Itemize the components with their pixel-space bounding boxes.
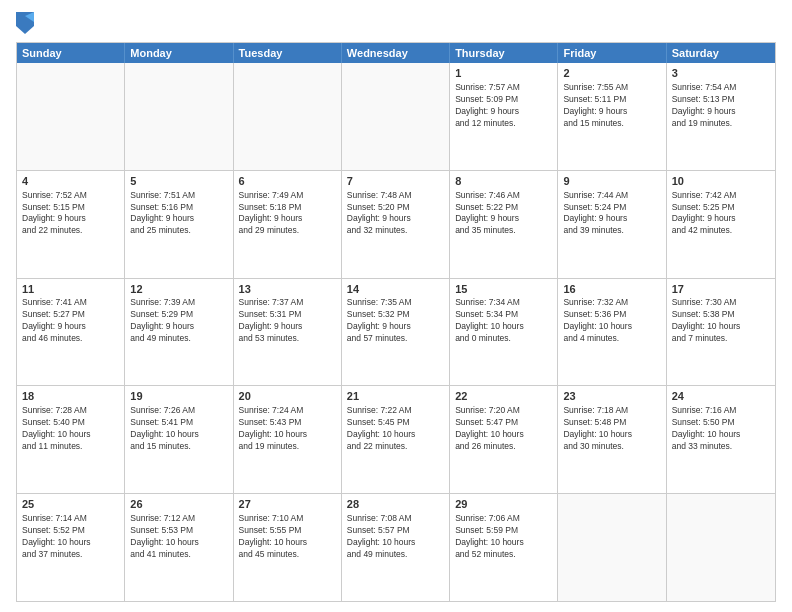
calendar-header-cell: Monday: [125, 43, 233, 63]
logo: [16, 12, 38, 34]
calendar-cell: 8Sunrise: 7:46 AM Sunset: 5:22 PM Daylig…: [450, 171, 558, 278]
day-number: 14: [347, 282, 444, 297]
day-info: Sunrise: 7:08 AM Sunset: 5:57 PM Dayligh…: [347, 513, 444, 561]
day-number: 2: [563, 66, 660, 81]
day-info: Sunrise: 7:57 AM Sunset: 5:09 PM Dayligh…: [455, 82, 552, 130]
calendar-header-cell: Sunday: [17, 43, 125, 63]
day-info: Sunrise: 7:24 AM Sunset: 5:43 PM Dayligh…: [239, 405, 336, 453]
calendar-cell: 1Sunrise: 7:57 AM Sunset: 5:09 PM Daylig…: [450, 63, 558, 170]
day-number: 10: [672, 174, 770, 189]
calendar-cell: 12Sunrise: 7:39 AM Sunset: 5:29 PM Dayli…: [125, 279, 233, 386]
calendar-header-cell: Thursday: [450, 43, 558, 63]
day-number: 29: [455, 497, 552, 512]
day-number: 19: [130, 389, 227, 404]
day-number: 1: [455, 66, 552, 81]
calendar-cell: 29Sunrise: 7:06 AM Sunset: 5:59 PM Dayli…: [450, 494, 558, 601]
calendar-cell: 27Sunrise: 7:10 AM Sunset: 5:55 PM Dayli…: [234, 494, 342, 601]
calendar-header-cell: Friday: [558, 43, 666, 63]
calendar-body: 1Sunrise: 7:57 AM Sunset: 5:09 PM Daylig…: [17, 63, 775, 601]
calendar-header-row: SundayMondayTuesdayWednesdayThursdayFrid…: [17, 43, 775, 63]
day-number: 28: [347, 497, 444, 512]
day-number: 12: [130, 282, 227, 297]
calendar-cell: 26Sunrise: 7:12 AM Sunset: 5:53 PM Dayli…: [125, 494, 233, 601]
calendar-cell: 14Sunrise: 7:35 AM Sunset: 5:32 PM Dayli…: [342, 279, 450, 386]
calendar-cell: [342, 63, 450, 170]
calendar-cell: 7Sunrise: 7:48 AM Sunset: 5:20 PM Daylig…: [342, 171, 450, 278]
calendar-week-row: 1Sunrise: 7:57 AM Sunset: 5:09 PM Daylig…: [17, 63, 775, 170]
calendar-cell: 25Sunrise: 7:14 AM Sunset: 5:52 PM Dayli…: [17, 494, 125, 601]
day-number: 20: [239, 389, 336, 404]
calendar-cell: 9Sunrise: 7:44 AM Sunset: 5:24 PM Daylig…: [558, 171, 666, 278]
day-info: Sunrise: 7:16 AM Sunset: 5:50 PM Dayligh…: [672, 405, 770, 453]
day-number: 24: [672, 389, 770, 404]
calendar-cell: 19Sunrise: 7:26 AM Sunset: 5:41 PM Dayli…: [125, 386, 233, 493]
logo-icon: [16, 12, 34, 34]
day-number: 8: [455, 174, 552, 189]
day-info: Sunrise: 7:42 AM Sunset: 5:25 PM Dayligh…: [672, 190, 770, 238]
day-info: Sunrise: 7:49 AM Sunset: 5:18 PM Dayligh…: [239, 190, 336, 238]
day-number: 13: [239, 282, 336, 297]
day-info: Sunrise: 7:32 AM Sunset: 5:36 PM Dayligh…: [563, 297, 660, 345]
calendar-cell: 6Sunrise: 7:49 AM Sunset: 5:18 PM Daylig…: [234, 171, 342, 278]
calendar-cell: 23Sunrise: 7:18 AM Sunset: 5:48 PM Dayli…: [558, 386, 666, 493]
day-info: Sunrise: 7:10 AM Sunset: 5:55 PM Dayligh…: [239, 513, 336, 561]
calendar-cell: 18Sunrise: 7:28 AM Sunset: 5:40 PM Dayli…: [17, 386, 125, 493]
day-info: Sunrise: 7:28 AM Sunset: 5:40 PM Dayligh…: [22, 405, 119, 453]
calendar-cell: 28Sunrise: 7:08 AM Sunset: 5:57 PM Dayli…: [342, 494, 450, 601]
calendar-cell: 2Sunrise: 7:55 AM Sunset: 5:11 PM Daylig…: [558, 63, 666, 170]
day-number: 4: [22, 174, 119, 189]
calendar-cell: 17Sunrise: 7:30 AM Sunset: 5:38 PM Dayli…: [667, 279, 775, 386]
day-info: Sunrise: 7:12 AM Sunset: 5:53 PM Dayligh…: [130, 513, 227, 561]
day-number: 25: [22, 497, 119, 512]
day-info: Sunrise: 7:41 AM Sunset: 5:27 PM Dayligh…: [22, 297, 119, 345]
day-number: 18: [22, 389, 119, 404]
calendar-cell: 13Sunrise: 7:37 AM Sunset: 5:31 PM Dayli…: [234, 279, 342, 386]
day-info: Sunrise: 7:26 AM Sunset: 5:41 PM Dayligh…: [130, 405, 227, 453]
calendar-cell: 22Sunrise: 7:20 AM Sunset: 5:47 PM Dayli…: [450, 386, 558, 493]
day-number: 15: [455, 282, 552, 297]
day-number: 22: [455, 389, 552, 404]
day-info: Sunrise: 7:22 AM Sunset: 5:45 PM Dayligh…: [347, 405, 444, 453]
day-number: 21: [347, 389, 444, 404]
calendar-cell: 11Sunrise: 7:41 AM Sunset: 5:27 PM Dayli…: [17, 279, 125, 386]
day-number: 16: [563, 282, 660, 297]
day-info: Sunrise: 7:51 AM Sunset: 5:16 PM Dayligh…: [130, 190, 227, 238]
calendar-week-row: 25Sunrise: 7:14 AM Sunset: 5:52 PM Dayli…: [17, 493, 775, 601]
day-number: 23: [563, 389, 660, 404]
calendar-cell: 5Sunrise: 7:51 AM Sunset: 5:16 PM Daylig…: [125, 171, 233, 278]
day-info: Sunrise: 7:30 AM Sunset: 5:38 PM Dayligh…: [672, 297, 770, 345]
calendar-cell: 4Sunrise: 7:52 AM Sunset: 5:15 PM Daylig…: [17, 171, 125, 278]
day-info: Sunrise: 7:46 AM Sunset: 5:22 PM Dayligh…: [455, 190, 552, 238]
day-info: Sunrise: 7:35 AM Sunset: 5:32 PM Dayligh…: [347, 297, 444, 345]
page: SundayMondayTuesdayWednesdayThursdayFrid…: [0, 0, 792, 612]
calendar-header-cell: Saturday: [667, 43, 775, 63]
calendar-week-row: 18Sunrise: 7:28 AM Sunset: 5:40 PM Dayli…: [17, 385, 775, 493]
day-number: 5: [130, 174, 227, 189]
calendar-cell: 16Sunrise: 7:32 AM Sunset: 5:36 PM Dayli…: [558, 279, 666, 386]
calendar-cell: 15Sunrise: 7:34 AM Sunset: 5:34 PM Dayli…: [450, 279, 558, 386]
day-number: 11: [22, 282, 119, 297]
day-info: Sunrise: 7:06 AM Sunset: 5:59 PM Dayligh…: [455, 513, 552, 561]
calendar: SundayMondayTuesdayWednesdayThursdayFrid…: [16, 42, 776, 602]
calendar-cell: 10Sunrise: 7:42 AM Sunset: 5:25 PM Dayli…: [667, 171, 775, 278]
calendar-cell: [17, 63, 125, 170]
day-info: Sunrise: 7:37 AM Sunset: 5:31 PM Dayligh…: [239, 297, 336, 345]
day-info: Sunrise: 7:55 AM Sunset: 5:11 PM Dayligh…: [563, 82, 660, 130]
calendar-cell: [667, 494, 775, 601]
day-info: Sunrise: 7:34 AM Sunset: 5:34 PM Dayligh…: [455, 297, 552, 345]
calendar-cell: 3Sunrise: 7:54 AM Sunset: 5:13 PM Daylig…: [667, 63, 775, 170]
calendar-header-cell: Tuesday: [234, 43, 342, 63]
calendar-header-cell: Wednesday: [342, 43, 450, 63]
calendar-week-row: 4Sunrise: 7:52 AM Sunset: 5:15 PM Daylig…: [17, 170, 775, 278]
day-number: 17: [672, 282, 770, 297]
calendar-cell: [234, 63, 342, 170]
day-info: Sunrise: 7:44 AM Sunset: 5:24 PM Dayligh…: [563, 190, 660, 238]
calendar-cell: 21Sunrise: 7:22 AM Sunset: 5:45 PM Dayli…: [342, 386, 450, 493]
day-number: 6: [239, 174, 336, 189]
day-number: 7: [347, 174, 444, 189]
day-number: 26: [130, 497, 227, 512]
day-info: Sunrise: 7:52 AM Sunset: 5:15 PM Dayligh…: [22, 190, 119, 238]
day-info: Sunrise: 7:20 AM Sunset: 5:47 PM Dayligh…: [455, 405, 552, 453]
day-number: 3: [672, 66, 770, 81]
calendar-cell: 24Sunrise: 7:16 AM Sunset: 5:50 PM Dayli…: [667, 386, 775, 493]
